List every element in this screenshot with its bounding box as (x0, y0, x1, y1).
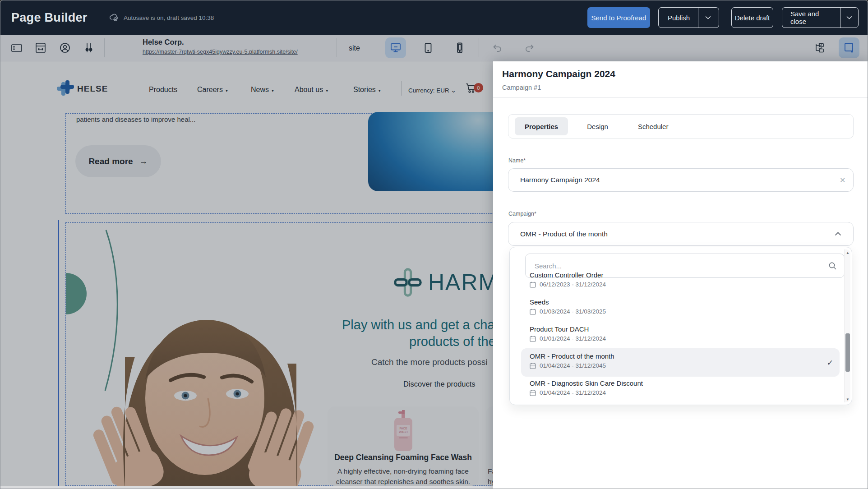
campaign-select[interactable]: OMR - Product of the month (508, 222, 854, 246)
model-photo (67, 285, 318, 489)
campaign-option[interactable]: OMR - Diagnostic Skin Care Discount 01/0… (521, 375, 840, 404)
nav-link-about-us[interactable]: About us▾ (295, 86, 328, 94)
chevron-down-icon: ⌄ (451, 87, 456, 94)
toolbar-divider (104, 38, 105, 57)
nav-link-careers[interactable]: Careers▾ (197, 86, 228, 94)
panel-title: Harmony Campaign 2024 (502, 69, 615, 79)
harmony-brand-text: HARM (428, 269, 493, 295)
campaign-option[interactable]: Seeds 01/03/2024 - 31/03/2025 (521, 294, 840, 323)
product-title: Deep Cleansing Foaming Face Wash (328, 453, 479, 462)
site-scope-label: site (349, 35, 360, 61)
nav-link-news[interactable]: News▾ (251, 86, 274, 94)
campaign-option[interactable]: Custom Controller Order 06/12/2023 - 31/… (521, 267, 840, 295)
campaign-settings-panel: Harmony Campaign 2024 Campaign #1 Proper… (493, 61, 868, 489)
campaign-dropdown: Custom Controller Order 06/12/2023 - 31/… (509, 247, 852, 405)
about-teaser-text: patients and diseases to improve heal... (76, 115, 195, 123)
tablet-preview-button[interactable] (418, 37, 439, 58)
bottle-label-line1: FACE (400, 427, 408, 430)
product-description-fragment: hyd (488, 478, 493, 486)
clear-name-icon[interactable]: ✕ (840, 176, 845, 185)
name-field-label: Name* (508, 157, 526, 164)
product-bottle-image: FACE WASH (392, 410, 414, 452)
nav-divider (401, 81, 402, 96)
currency-selector[interactable]: Currency: EUR ⌄ (408, 87, 456, 94)
builder-toolbar: Helse Corp. https://master-7rqtwti-segx4… (0, 35, 868, 61)
campaign-option-selected[interactable]: OMR - Product of the month 01/04/2024 - … (521, 348, 840, 377)
tab-properties[interactable]: Properties (515, 117, 568, 135)
bottle-label-line2: WASH (399, 430, 408, 434)
app-title: Page Builder (11, 0, 88, 35)
chevron-down-icon: ▾ (379, 88, 381, 93)
autosave-cloud-icon (109, 13, 119, 23)
scrollbar-thumb[interactable] (845, 333, 850, 372)
redo-icon[interactable] (519, 37, 540, 58)
delete-draft-button[interactable]: Delete draft (731, 7, 773, 28)
toolbar-divider (479, 38, 479, 57)
site-name: Helse Corp. (143, 38, 184, 46)
product-card[interactable]: FACE WASH Deep Cleansing Foaming Face Wa… (328, 406, 479, 486)
autosave-status: Autosave is on, draft saved 10:38 (109, 0, 214, 35)
campaign-heading-line1: Play with us and get a chanc (342, 318, 493, 332)
save-and-close-chevron-down-icon[interactable] (840, 8, 858, 28)
desktop-preview-button[interactable] (385, 37, 406, 58)
save-and-close-button[interactable]: Save and close (782, 7, 859, 28)
topbar: Page Builder Autosave is on, draft saved… (0, 0, 868, 35)
campaign-option[interactable]: Product Tour DACH 01/01/2024 - 31/12/202… (521, 321, 840, 350)
add-block-button[interactable] (839, 37, 859, 58)
panel-subtitle: Campaign #1 (502, 84, 541, 91)
site-preview-canvas: HELSE Products Careers▾ News▾ About us▾ … (0, 61, 493, 489)
persona-tool-button[interactable] (55, 37, 75, 58)
send-to-proofread-button[interactable]: Send to Proofread (587, 7, 650, 28)
tab-design[interactable]: Design (577, 117, 618, 135)
filters-tool-button[interactable] (78, 37, 99, 58)
site-url-link[interactable]: https://master-7rqtwti-segx45igywzzy.eu-… (143, 49, 298, 55)
arrow-right-icon: → (139, 157, 148, 166)
calendar-icon (530, 390, 536, 396)
helse-brand-text: HELSE (77, 84, 108, 94)
hero-image-gloved-hand (368, 112, 493, 191)
layout-swap-tool-button[interactable] (30, 37, 51, 58)
campaign-discover-line: Discover the products (403, 380, 476, 388)
helse-logo-icon (56, 79, 75, 98)
sitemap-tool-button[interactable] (809, 37, 830, 58)
scroll-down-icon[interactable]: ▼ (845, 396, 851, 402)
panel-divider (493, 97, 868, 98)
dropdown-scrollbar[interactable]: ▲ ▼ (844, 249, 850, 402)
scroll-up-icon[interactable]: ▲ (845, 249, 851, 256)
publish-chevron-down-icon[interactable] (698, 8, 718, 28)
calendar-icon (530, 281, 536, 288)
read-more-button[interactable]: Read more → (75, 145, 161, 177)
block-edge-indicator (58, 220, 59, 486)
campaign-subheading: Catch the more products possi (371, 357, 488, 367)
harmony-chain-icon (394, 268, 422, 297)
harmony-brand-row: HARM (394, 268, 493, 297)
chevron-down-icon: ▾ (272, 88, 274, 93)
product-card[interactable]: Fac hyd (486, 406, 493, 486)
panel-tabs: Properties Design Scheduler (508, 114, 854, 138)
autosave-text: Autosave is on, draft saved 10:38 (124, 14, 214, 21)
chevron-down-icon: ▾ (226, 88, 228, 93)
product-description-line2: cleanser that replenishes and soothes sk… (328, 478, 479, 486)
text-block-tool-button[interactable] (6, 37, 27, 58)
page-builder-window: Page Builder Autosave is on, draft saved… (0, 0, 868, 489)
campaign-field-label: Campaign* (508, 211, 536, 217)
cart-badge: 0 (474, 83, 483, 92)
name-input[interactable] (508, 168, 854, 192)
publish-button[interactable]: Publish (658, 7, 719, 28)
chevron-down-icon: ▾ (326, 88, 328, 93)
product-description-fragment: Fac (488, 467, 493, 475)
calendar-icon (530, 363, 536, 369)
canvas-bottom-edge (0, 486, 493, 489)
check-icon: ✓ (827, 358, 833, 368)
product-description-line1: A highly effective, non-drying foaming f… (328, 467, 479, 475)
chevron-up-icon (835, 232, 841, 236)
mobile-preview-button[interactable] (449, 37, 470, 58)
toolbar-divider (337, 38, 337, 57)
campaign-heading-line2: products of the (409, 334, 493, 349)
calendar-icon (530, 309, 536, 315)
site-meta: Helse Corp. https://master-7rqtwti-segx4… (143, 38, 298, 55)
nav-link-stories[interactable]: Stories▾ (353, 86, 381, 94)
tab-scheduler[interactable]: Scheduler (628, 117, 679, 135)
nav-link-products[interactable]: Products (149, 86, 177, 94)
undo-icon[interactable] (487, 37, 508, 58)
